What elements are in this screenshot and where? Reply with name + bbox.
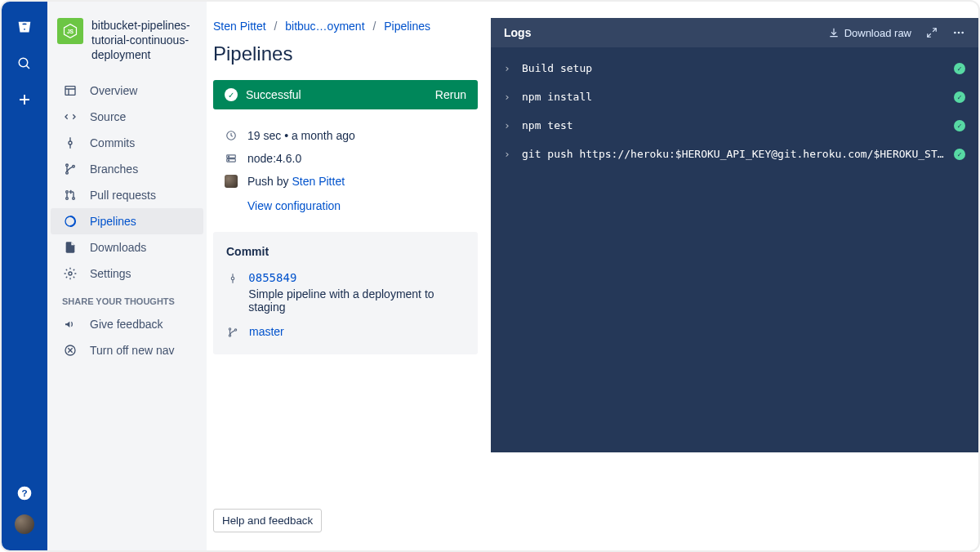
step-success-icon: ✓ — [954, 63, 965, 74]
step-success-icon: ✓ — [954, 149, 965, 160]
log-text: Build setup — [522, 62, 947, 74]
breadcrumb-repo[interactable]: bitbuc…oyment — [285, 20, 364, 33]
create-icon[interactable] — [15, 90, 34, 109]
clock-icon — [225, 130, 238, 141]
author-link[interactable]: Sten Pittet — [292, 175, 345, 188]
branches-icon — [62, 162, 78, 176]
overview-icon — [62, 84, 78, 97]
search-icon[interactable] — [15, 54, 34, 73]
rerun-button[interactable]: Rerun — [435, 88, 466, 101]
svg-point-17 — [66, 190, 69, 193]
view-configuration-link[interactable]: View configuration — [247, 199, 341, 212]
commits-icon — [62, 136, 78, 149]
sidebar-item-branches[interactable]: Branches — [51, 156, 203, 182]
user-avatar[interactable] — [15, 514, 34, 534]
project-header: JS bitbucket-pipelines-tutorial-continuo… — [51, 18, 203, 78]
svg-point-19 — [73, 197, 75, 199]
server-icon — [225, 153, 238, 164]
log-line[interactable]: › npm install ✓ — [504, 82, 965, 111]
svg-point-1 — [19, 58, 28, 67]
settings-icon — [62, 267, 78, 280]
svg-point-29 — [229, 160, 229, 161]
nodejs-logo-icon: JS — [57, 18, 83, 44]
svg-point-30 — [231, 277, 234, 280]
svg-point-35 — [234, 329, 236, 331]
author-row: Push by Sten Pittet — [213, 170, 478, 193]
svg-point-33 — [229, 328, 230, 330]
sidebar-item-settings[interactable]: Settings — [51, 260, 203, 287]
svg-line-37 — [933, 29, 936, 32]
svg-text:?: ? — [21, 487, 27, 498]
push-prefix: Push by — [247, 175, 292, 188]
sidebar-item-commits[interactable]: Commits — [51, 130, 203, 156]
chevron-right-icon: › — [504, 119, 515, 131]
svg-line-2 — [26, 65, 29, 69]
sidebar-item-pull-requests[interactable]: Pull requests — [51, 182, 203, 208]
download-raw-button[interactable]: Download raw — [828, 27, 911, 39]
megaphone-icon — [62, 318, 78, 331]
main-content: Sten Pittet / bitbuc…oyment / Pipelines … — [207, 2, 978, 550]
sidebar-item-label: Branches — [90, 162, 138, 176]
sidebar-item-source[interactable]: Source — [51, 104, 203, 130]
close-circle-icon — [62, 344, 78, 357]
svg-point-40 — [958, 32, 960, 34]
help-icon[interactable]: ? — [15, 483, 34, 503]
log-line[interactable]: › Build setup ✓ — [504, 54, 965, 82]
global-nav: ? — [2, 2, 47, 550]
sidebar-item-turn-off-nav[interactable]: Turn off new nav — [51, 337, 203, 363]
author-avatar-icon — [225, 175, 238, 188]
pipeline-detail-column: Sten Pittet / bitbuc…oyment / Pipelines … — [207, 2, 484, 550]
sidebar-item-feedback[interactable]: Give feedback — [51, 311, 203, 337]
step-success-icon: ✓ — [954, 91, 965, 103]
download-raw-label: Download raw — [844, 27, 911, 39]
expand-icon[interactable] — [926, 27, 938, 38]
sidebar-item-pipelines[interactable]: Pipelines — [51, 208, 203, 234]
breadcrumb-owner[interactable]: Sten Pittet — [213, 20, 266, 33]
pull-requests-icon — [62, 189, 78, 202]
branch-icon — [226, 327, 239, 338]
page-title: Pipelines — [213, 42, 478, 65]
chevron-right-icon: › — [504, 148, 515, 160]
sidebar-item-label: Overview — [90, 84, 137, 97]
branch-link[interactable]: master — [249, 325, 284, 338]
breadcrumbs: Sten Pittet / bitbuc…oyment / Pipelines — [213, 20, 478, 33]
commit-heading: Commit — [226, 245, 465, 258]
sidebar-section-label: SHARE YOUR THOUGHTS — [51, 287, 203, 311]
svg-point-16 — [73, 165, 75, 167]
sidebar-item-label: Give feedback — [90, 318, 163, 331]
svg-point-21 — [69, 272, 72, 275]
log-line[interactable]: › git push https://heroku:$HEROKU_API_KE… — [504, 140, 965, 168]
sidebar-item-overview[interactable]: Overview — [51, 78, 203, 104]
success-check-icon: ✓ — [225, 88, 238, 101]
log-line[interactable]: › npm test ✓ — [504, 111, 965, 140]
sidebar-item-label: Source — [90, 110, 126, 123]
project-name[interactable]: bitbucket-pipelines-tutorial-continuous-… — [91, 18, 197, 63]
bitbucket-logo-icon[interactable] — [15, 18, 34, 38]
duration-row: 19 sec • a month ago — [213, 124, 478, 147]
duration-text: 19 sec • a month ago — [247, 129, 355, 142]
pipelines-icon — [62, 215, 78, 228]
commit-card: Commit 0855849 Simple pipeline with a de… — [213, 232, 478, 354]
svg-rect-8 — [65, 86, 75, 95]
log-text: npm install — [522, 91, 947, 103]
svg-point-0 — [21, 23, 27, 26]
sidebar-item-label: Pipelines — [90, 215, 136, 228]
chevron-right-icon: › — [504, 62, 515, 74]
sidebar-item-downloads[interactable]: Downloads — [51, 234, 203, 260]
breadcrumb-current[interactable]: Pipelines — [384, 20, 430, 33]
svg-point-34 — [229, 335, 230, 336]
log-text: git push https://heroku:$HEROKU_API_KEY@… — [522, 148, 947, 160]
help-feedback-button[interactable]: Help and feedback — [213, 509, 322, 532]
chevron-right-icon: › — [504, 91, 515, 103]
sidebar: JS bitbucket-pipelines-tutorial-continuo… — [47, 2, 207, 550]
status-label: Successful — [246, 88, 301, 101]
svg-point-14 — [66, 164, 69, 167]
commit-hash-link[interactable]: 0855849 — [248, 271, 465, 284]
sidebar-item-label: Downloads — [90, 241, 146, 254]
more-icon[interactable] — [952, 26, 965, 39]
logs-panel: Logs Download raw › Bu — [491, 18, 978, 452]
svg-point-18 — [66, 197, 69, 199]
svg-point-15 — [66, 171, 69, 174]
pipeline-status-bar: ✓ Successful Rerun — [213, 80, 478, 109]
image-row: node:4.6.0 — [213, 147, 478, 170]
